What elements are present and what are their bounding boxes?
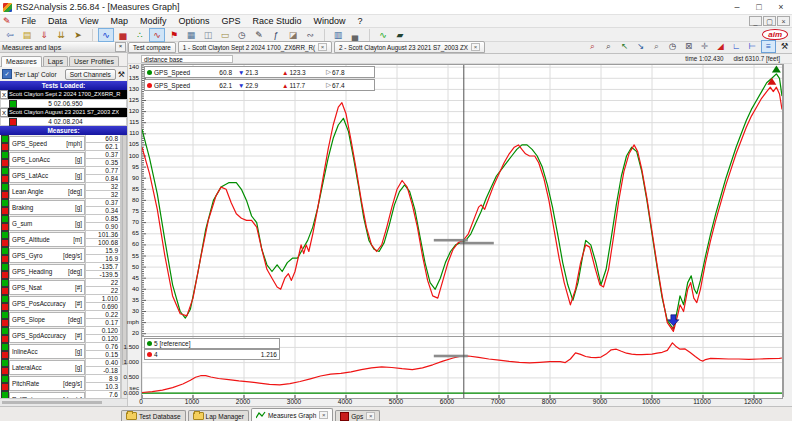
math-channel-icon[interactable]: ƒ	[268, 28, 284, 42]
mixed-graph-icon[interactable]: ∿	[149, 28, 165, 42]
tab-test-2[interactable]: 2 - Scott Clayton August 23 2021 S7_2003…	[334, 41, 485, 53]
panel-tab-measures[interactable]: Measures	[1, 56, 42, 67]
measure-name-button[interactable]: PitchRate[deg/s]	[9, 376, 85, 391]
measure-row-gps-lonacc[interactable]: GPS_LonAcc[g]0.370.35	[0, 151, 127, 167]
measure-row-gps-latacc[interactable]: GPS_LatAcc[g]0.770.84	[0, 167, 127, 183]
panel-tab-laps[interactable]: Laps	[43, 56, 68, 66]
zoom-next-icon[interactable]: ↘	[633, 40, 648, 53]
measure-name-button[interactable]: GPS_Nsat[#]	[9, 280, 85, 295]
measure-row-gps-slope[interactable]: GPS_Slope[deg]0.220.17	[0, 311, 127, 327]
menu-item-view[interactable]: View	[73, 16, 104, 26]
tab-close-icon[interactable]: ×	[318, 43, 327, 51]
measure-name-button[interactable]: GPS_Speed[mph]	[9, 136, 85, 151]
measure-name-button[interactable]: GPS_LatAcc[g]	[9, 168, 85, 183]
transmit-icon[interactable]: ➤	[70, 28, 86, 42]
zoom-out-icon[interactable]: ⌕	[649, 40, 664, 53]
measure-row-gps-heading[interactable]: GPS_Heading[deg]-135.7-139.5	[0, 263, 127, 279]
measure-name-button[interactable]: GPS_Gyro[deg/s]	[9, 248, 85, 263]
mdi-minimize-button[interactable]: _	[749, 16, 762, 26]
measure-row-braking[interactable]: Braking[g]0.370.34	[0, 199, 127, 215]
exit-icon[interactable]: ⇦	[2, 28, 18, 42]
measure-name-button[interactable]: GPS_Heading[deg]	[9, 264, 85, 279]
menu-item-?[interactable]: ?	[352, 16, 369, 26]
link-icon[interactable]: ∾	[302, 28, 318, 42]
menu-item-map[interactable]: Map	[104, 16, 134, 26]
print-icon[interactable]: ▄	[347, 28, 363, 42]
open-test-icon[interactable]: ▤	[19, 28, 35, 42]
eraser-icon[interactable]: ◪	[285, 28, 301, 42]
histogram-icon[interactable]: ▅	[115, 28, 131, 42]
zoom-prev-icon[interactable]: ↖	[617, 40, 632, 53]
table-report-icon[interactable]: ▥	[330, 28, 346, 42]
measure-row-g-sum[interactable]: G_sum[g]0.850.90	[0, 215, 127, 231]
online-icon[interactable]: ⇊	[53, 28, 69, 42]
measure-row-gps-posaccuracy[interactable]: GPS_PosAccuracy[#]1.0100.690	[0, 295, 127, 311]
lap-row[interactable]: 4 02.08.204	[0, 117, 127, 126]
flag-icon[interactable]: ⚑	[166, 28, 182, 42]
lap-row[interactable]: 5 02.06.950	[0, 99, 127, 108]
measure-row-pitchrate[interactable]: PitchRate[deg/s]8.910.3	[0, 375, 127, 391]
measure-name-button[interactable]: LateralAcc[g]	[9, 360, 85, 375]
minimize-button[interactable]: –	[726, 0, 748, 14]
panel-tab-user-profiles[interactable]: User Profiles	[69, 56, 119, 66]
report-icon[interactable]: ▦	[183, 28, 199, 42]
quick-graph-icon[interactable]: ∿	[375, 28, 391, 42]
time-icon[interactable]: ◷	[234, 28, 250, 42]
measure-row-gps-altitude[interactable]: GPS_Altitude[m]101.36100.68	[0, 231, 127, 247]
menu-item-gps[interactable]: GPS	[216, 16, 247, 26]
pencil-icon[interactable]: ✎	[251, 28, 267, 42]
storyboard-icon[interactable]: ▰	[392, 28, 408, 42]
measure-row-gps-gyro[interactable]: GPS_Gyro[deg/s]15.916.9	[0, 247, 127, 263]
measure-row-rollrate[interactable]: RollRate[deg/s]7.6	[0, 391, 127, 398]
menu-item-file[interactable]: File	[16, 16, 43, 26]
remove-test-button[interactable]: X	[0, 108, 8, 117]
menu-item-modify[interactable]: Modify	[134, 16, 173, 26]
panel-close-icon[interactable]: ×	[115, 42, 126, 52]
measures-graph-icon[interactable]: ∿	[98, 28, 114, 42]
measure-name-button[interactable]: InlineAcc[g]	[9, 344, 85, 359]
tab-close-icon[interactable]: ×	[471, 43, 480, 51]
menu-item-options[interactable]: Options	[172, 16, 215, 26]
video-icon[interactable]: ▭	[217, 28, 233, 42]
sort-channels-button[interactable]: Sort Channels	[65, 69, 116, 80]
speed-chart[interactable]	[141, 64, 783, 338]
menu-item-data[interactable]: Data	[42, 16, 73, 26]
scale-box-icon[interactable]: ⊠	[681, 40, 696, 53]
measure-row-inlineacc[interactable]: InlineAcc[g]0.760.15	[0, 343, 127, 359]
measure-row-gps-speed[interactable]: GPS_Speed[mph]60.862.1	[0, 135, 127, 151]
bottom-tab-gps[interactable]: Gps×	[335, 410, 380, 421]
measure-row-gps-spdaccuracy[interactable]: GPS_SpdAccuracy[#]0.1200.120	[0, 327, 127, 343]
measure-name-button[interactable]: GPS_Slope[deg]	[9, 312, 85, 327]
bottom-tab-test-database[interactable]: Test Database	[121, 410, 186, 421]
measure-name-button[interactable]: G_sum[g]	[9, 216, 85, 231]
graph-settings-icon[interactable]: ⚒	[777, 40, 792, 53]
measure-row-lean-angle[interactable]: Lean Angle[deg]3232	[0, 183, 127, 199]
mdi-restore-button[interactable]: ▢	[763, 16, 776, 26]
menu-item-window[interactable]: Window	[308, 16, 352, 26]
zoom-window-icon[interactable]: ⌕	[601, 40, 616, 53]
tab-test-1[interactable]: 1 - Scott Clayton Sept 2 2024 1700_ZX6RR…	[178, 41, 332, 53]
cursor-zoom-icon[interactable]: ⌕	[585, 40, 600, 53]
mdi-close-button[interactable]: ×	[777, 16, 790, 26]
measure-row-gps-nsat[interactable]: GPS_Nsat[#]2222	[0, 279, 127, 295]
time-distance-icon[interactable]: ◷	[665, 40, 680, 53]
per-lap-color-checkbox[interactable]: ✓	[2, 69, 12, 79]
measure-name-button[interactable]: GPS_Altitude[m]	[9, 232, 85, 247]
tab-test-compare[interactable]: Test compare	[128, 42, 176, 53]
menu-item-race-studio[interactable]: Race Studio	[247, 16, 308, 26]
y-axis-values-icon[interactable]: ⊢	[745, 40, 760, 53]
maximize-button[interactable]: □	[748, 0, 770, 14]
measure-name-button[interactable]: GPS_SpdAccuracy[#]	[9, 328, 85, 343]
autoscale-icon[interactable]: ◢	[713, 40, 728, 53]
split-view-icon[interactable]: ◫	[200, 28, 216, 42]
channel-list-icon[interactable]: ≡	[761, 40, 776, 53]
remove-test-button[interactable]: X	[0, 90, 8, 99]
base-mode-field[interactable]: distance base	[141, 55, 233, 63]
download-data-icon[interactable]: ⇓	[36, 28, 52, 42]
tab-close-icon[interactable]: ×	[366, 412, 375, 420]
xy-plot-icon[interactable]: ∴	[132, 28, 148, 42]
pan-icon[interactable]: ✛	[697, 40, 712, 53]
measure-name-button[interactable]: GPS_LonAcc[g]	[9, 152, 85, 167]
measure-name-button[interactable]: Lean Angle[deg]	[9, 184, 85, 199]
close-button[interactable]: ×	[770, 0, 792, 14]
